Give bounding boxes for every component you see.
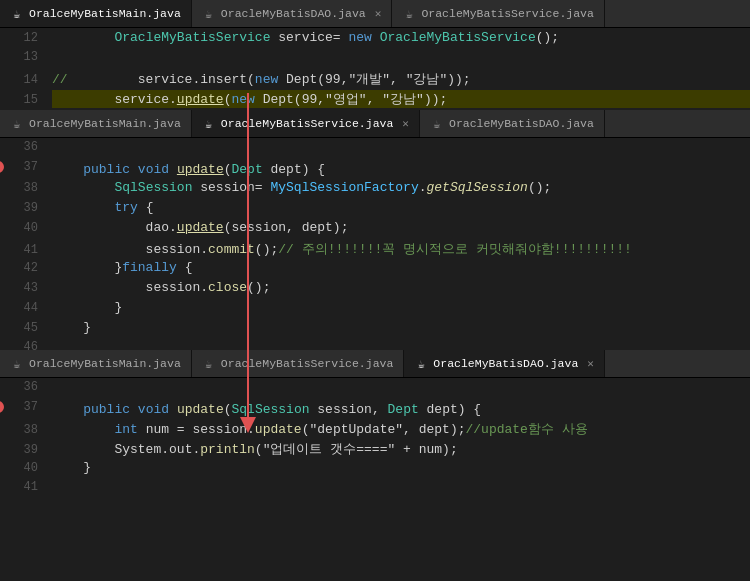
panel-3: ☕ OralceMyBatisMain.java ☕ OracleMyBatis… xyxy=(0,350,750,581)
code-line-41b: 41 xyxy=(0,480,750,500)
tab-dao-java-1[interactable]: ☕ OracleMyBatisDAO.java ✕ xyxy=(192,0,393,28)
code-line-39a: 39 try { xyxy=(0,200,750,220)
code-line-43a: 43 session.close(); xyxy=(0,280,750,300)
java-icon-9: ☕ xyxy=(414,357,428,371)
code-line-15: 15 service.update(new Dept(99,"영업", "강남"… xyxy=(0,90,750,110)
tab-service-java-2[interactable]: ☕ OracleMyBatisService.java ✕ xyxy=(192,110,420,138)
code-line-45a: 45 } xyxy=(0,320,750,340)
java-icon-8: ☕ xyxy=(202,357,216,371)
tab-close-1[interactable]: ✕ xyxy=(375,7,382,20)
code-line-38b: 38 int num = session.update("deptUpdate"… xyxy=(0,420,750,440)
java-icon-5: ☕ xyxy=(202,117,216,131)
java-icon-1: ☕ xyxy=(10,7,24,21)
code-line-44a: 44 } xyxy=(0,300,750,320)
breakpoint-37a xyxy=(0,161,4,173)
code-line-40b: 40 } xyxy=(0,460,750,480)
panel-1: ☕ OralceMyBatisMain.java ☕ OracleMyBatis… xyxy=(0,0,750,110)
code-line-38a: 38 SqlSession session= MySqlSessionFacto… xyxy=(0,180,750,200)
code-line-42a: 42 }finally { xyxy=(0,260,750,280)
code-line-37a: 37 public void update(Dept dept) { xyxy=(0,160,750,180)
tab-bar-3: ☕ OralceMyBatisMain.java ☕ OracleMyBatis… xyxy=(0,350,750,378)
java-icon-4: ☕ xyxy=(10,117,24,131)
code-line-39b: 39 System.out.println("업데이트 갯수====" + nu… xyxy=(0,440,750,460)
code-line-41a: 41 session.commit();// 주의!!!!!!!꼭 명시적으로 … xyxy=(0,240,750,260)
tab-close-3[interactable]: ✕ xyxy=(587,357,594,370)
java-icon-2: ☕ xyxy=(202,7,216,21)
tab-main-java-3[interactable]: ☕ OralceMyBatisMain.java xyxy=(0,350,192,378)
java-icon-3: ☕ xyxy=(402,7,416,21)
code-line-14: 14 // service.insert(new Dept(99,"개발", "… xyxy=(0,70,750,90)
tab-dao-java-3[interactable]: ☕ OracleMyBatisDAO.java ✕ xyxy=(404,350,605,378)
tab-bar-1: ☕ OralceMyBatisMain.java ☕ OracleMyBatis… xyxy=(0,0,750,28)
java-icon-6: ☕ xyxy=(430,117,444,131)
tab-service-java-1[interactable]: ☕ OracleMyBatisService.java xyxy=(392,0,605,28)
tab-bar-2: ☕ OralceMyBatisMain.java ☕ OracleMyBatis… xyxy=(0,110,750,138)
tab-main-java-1[interactable]: ☕ OralceMyBatisMain.java xyxy=(0,0,192,28)
tab-dao-java-2[interactable]: ☕ OracleMyBatisDAO.java xyxy=(420,110,605,138)
code-area-3: 36 37 public void update(SqlSession sess… xyxy=(0,378,750,581)
code-area-1: 12 OracleMyBatisService service= new Ora… xyxy=(0,28,750,110)
code-line-40a: 40 dao.update(session, dept); xyxy=(0,220,750,240)
code-area-2: 36 37 public void update(Dept dept) { 38… xyxy=(0,138,750,350)
code-line-12: 12 OracleMyBatisService service= new Ora… xyxy=(0,30,750,50)
java-icon-7: ☕ xyxy=(10,357,24,371)
code-line-46a: 46 xyxy=(0,340,750,350)
tab-service-java-3[interactable]: ☕ OracleMyBatisService.java xyxy=(192,350,405,378)
panel-2: ☕ OralceMyBatisMain.java ☕ OracleMyBatis… xyxy=(0,110,750,350)
tab-main-java-2[interactable]: ☕ OralceMyBatisMain.java xyxy=(0,110,192,138)
code-line-36b: 36 xyxy=(0,380,750,400)
breakpoint-37b xyxy=(0,401,4,413)
code-line-36a: 36 xyxy=(0,140,750,160)
tab-close-2[interactable]: ✕ xyxy=(402,117,409,130)
code-line-13: 13 xyxy=(0,50,750,70)
code-line-37b: 37 public void update(SqlSession session… xyxy=(0,400,750,420)
